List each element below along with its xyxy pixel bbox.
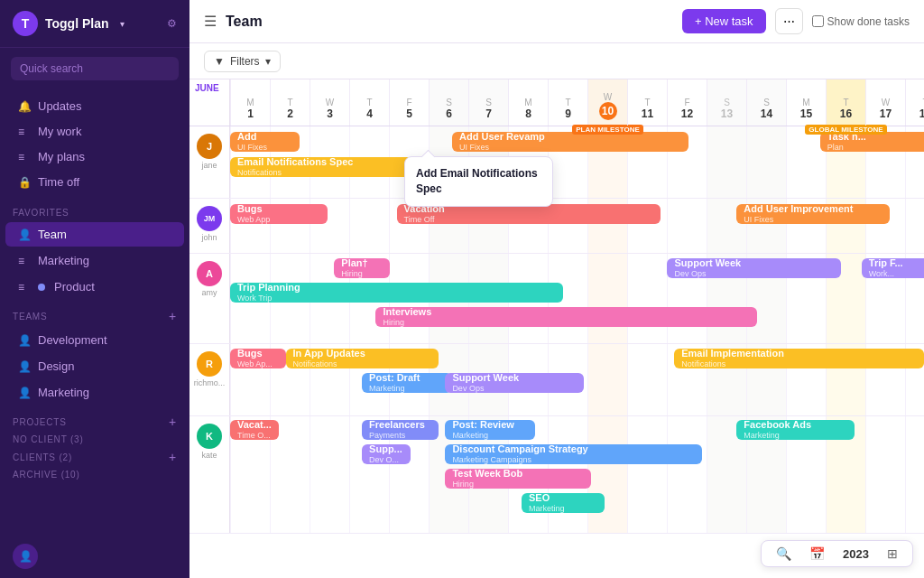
cell: [865, 416, 905, 533]
zoom-icon: 🔍: [776, 546, 791, 561]
page-title: Team: [226, 14, 263, 30]
app-name: Toggl Plan: [45, 16, 109, 31]
new-task-button[interactable]: + New task: [682, 9, 766, 33]
gantt-bar[interactable]: Trip Planning Work Trip: [230, 283, 563, 303]
menu-icon[interactable]: ☰: [204, 13, 217, 30]
day-9: T9: [548, 79, 587, 126]
sidebar-item-timeoff[interactable]: 🔒 Time off: [5, 170, 184, 194]
sidebar-item-label: Time off: [38, 175, 79, 189]
bell-icon: 🔔: [18, 100, 31, 113]
topbar-left: ☰ Team: [204, 13, 263, 30]
sidebar-item-label: Design: [38, 359, 74, 373]
add-project-button[interactable]: +: [169, 415, 177, 429]
toolbar: ▼ Filters ▾: [189, 43, 924, 79]
day-10: W10 PLAN MILESTONE: [587, 79, 627, 126]
grid-view-button[interactable]: ⊞: [882, 545, 903, 563]
add-client-button[interactable]: +: [169, 450, 177, 464]
design-icon: 👤: [18, 360, 31, 373]
plans-icon: ≡: [18, 151, 31, 163]
search-input[interactable]: [11, 57, 179, 80]
plan-milestone-badge: PLAN MILESTONE: [572, 125, 643, 135]
calendar-button[interactable]: 📅: [804, 545, 830, 563]
gantt-bar[interactable]: Bugs Web Ap...: [230, 349, 286, 368]
day-5: F5: [389, 79, 429, 126]
gantt-bar[interactable]: Freelancers Payments: [362, 420, 439, 440]
zoom-in-button[interactable]: 🔍: [771, 545, 797, 563]
gantt-bar[interactable]: Bugs Web App: [230, 204, 328, 224]
user-cell: A amy: [189, 254, 230, 343]
cell: [905, 199, 924, 253]
gantt-bar[interactable]: Email Implementation Notifications: [674, 349, 924, 368]
topbar: ☰ Team + New task ⋯ Show done tasks: [189, 0, 924, 43]
gantt-bar[interactable]: Support Week Dev Ops: [445, 373, 584, 393]
main-content: ☰ Team + New task ⋯ Show done tasks ▼ Fi…: [189, 0, 924, 578]
cell: [349, 199, 389, 253]
teams-section: TEAMS +: [0, 300, 189, 327]
mkt-icon: 👤: [18, 387, 31, 399]
show-done-checkbox[interactable]: [812, 15, 824, 27]
avatar: R: [197, 351, 222, 377]
add-team-button[interactable]: +: [169, 309, 177, 323]
table-row: A amy Plan† Hiring Support Week: [189, 254, 924, 344]
sidebar-item-team[interactable]: 👤 Team: [5, 222, 184, 247]
gantt-bar[interactable]: Plan† Hiring: [334, 258, 390, 278]
archive-section: ARCHIVE (10): [0, 468, 189, 483]
gantt-bar[interactable]: Facebook Ads Marketing: [736, 420, 855, 440]
gantt-bar[interactable]: Task n... Plan: [820, 132, 924, 152]
row-content: Add UI Fixes Add User Revamp UI Fixes Em…: [230, 126, 924, 198]
sidebar-item-label: Team: [38, 228, 67, 241]
more-icon: ⋯: [783, 14, 795, 28]
filter-button[interactable]: ▼ Filters ▾: [204, 51, 281, 72]
gantt-bar[interactable]: Supp... Dev O...: [362, 444, 411, 464]
gantt-bar[interactable]: In App Updates Notifications: [286, 349, 439, 368]
gantt-bar[interactable]: Discount Campaign Strategy Marketing Cam…: [445, 444, 702, 464]
gantt-bar[interactable]: SEO Marketing: [522, 493, 605, 513]
sidebar-item-label: My plans: [38, 150, 85, 163]
section-label: TEAMS: [13, 312, 47, 322]
gantt-bar[interactable]: Trip F... Work...: [862, 258, 924, 278]
chevron-down-icon[interactable]: ▾: [120, 19, 125, 29]
gantt-bar[interactable]: Add UI Fixes: [230, 132, 300, 152]
month-label: JUNE: [189, 79, 229, 93]
product-icon: ≡: [18, 281, 31, 294]
sidebar-item-label: My work: [38, 125, 81, 138]
user-name: jane: [201, 161, 217, 170]
gantt-bar[interactable]: Vacat... Time O...: [230, 420, 279, 440]
cell: [667, 416, 707, 533]
table-row: J jane Add UI Fixes Add User Revamp: [189, 126, 924, 199]
sidebar-item-development[interactable]: 👤 Development: [5, 328, 184, 352]
sidebar-item-product[interactable]: ≡ Product: [5, 275, 184, 299]
sidebar-item-mywork[interactable]: ≡ My work: [5, 119, 184, 144]
gantt-bar[interactable]: Post: Draft Marketing: [362, 373, 452, 393]
row-content: Bugs Web App Vacation Time Off Add User …: [230, 199, 924, 253]
gantt-bar[interactable]: Vacation Time Off: [397, 204, 661, 224]
popup-title: Add Email Notifications Spec: [416, 167, 538, 195]
filter-icon: ▼: [214, 55, 225, 68]
gantt-bar[interactable]: Post: Review Marketing: [445, 420, 535, 440]
sidebar-item-marketing[interactable]: ≡ Marketing: [5, 248, 184, 273]
day-11: T11: [627, 79, 667, 126]
day-12: F12: [667, 79, 707, 126]
sidebar-item-marketing2[interactable]: 👤 Marketing: [5, 380, 184, 405]
gantt-bar[interactable]: Test Week Bob Hiring: [445, 469, 590, 489]
sidebar-header: T Toggl Plan ▾ ⚙: [0, 0, 189, 48]
gantt-bar[interactable]: Email Notifications Spec Notifications: [230, 157, 424, 177]
sidebar-item-updates[interactable]: 🔔 Updates: [5, 94, 184, 118]
avatar: A: [197, 261, 222, 286]
grid-icon: ⊞: [887, 546, 898, 561]
gantt-bar[interactable]: Add User Revamp UI Fixes: [452, 132, 688, 152]
timeline-container[interactable]: JUNE M1 T2 W3 T4 F5 S6 S7 M8 T9 W10 PLAN…: [189, 79, 924, 578]
user-cell: K kate: [189, 416, 230, 533]
user-avatar[interactable]: 👤: [13, 544, 38, 569]
more-options-button[interactable]: ⋯: [775, 8, 803, 34]
sidebar-item-myplans[interactable]: ≡ My plans: [5, 144, 184, 169]
sidebar-item-label: Product: [54, 280, 95, 294]
cell: [667, 199, 707, 253]
projects-section: PROJECTS +: [0, 406, 189, 433]
gantt-bar[interactable]: Support Week Dev Ops: [667, 258, 840, 278]
gantt-bar[interactable]: Interviews Hiring: [375, 307, 757, 327]
settings-icon[interactable]: ⚙: [167, 17, 177, 30]
sidebar-item-design[interactable]: 👤 Design: [5, 354, 184, 378]
user-name: richmo...: [194, 378, 226, 387]
gantt-bar[interactable]: Add User Improvement UI Fixes: [736, 204, 889, 224]
